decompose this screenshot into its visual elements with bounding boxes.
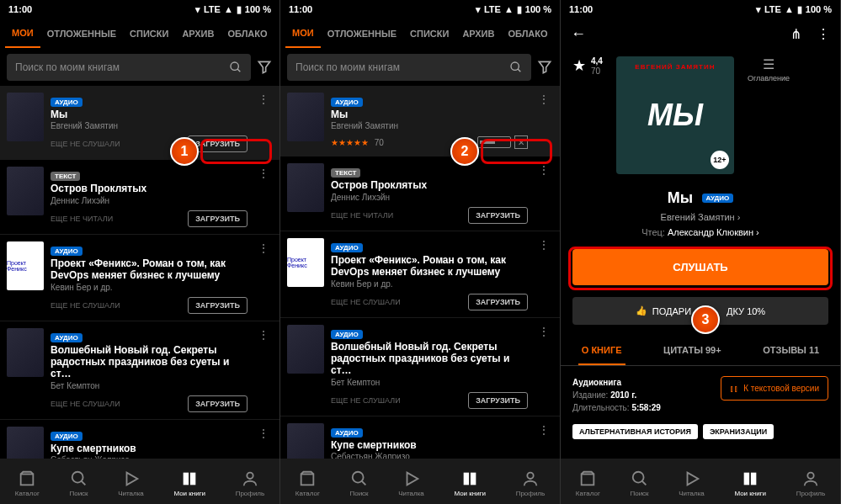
svg-point-0 — [231, 62, 238, 70]
nav-reader[interactable]: Читалка — [679, 470, 705, 497]
detail-author[interactable]: Евгений Замятин › — [561, 212, 840, 222]
tag[interactable]: ЭКРАНИЗАЦИИ — [703, 424, 774, 439]
svg-line-20 — [641, 480, 646, 485]
wifi-icon: ▾ — [476, 4, 481, 15]
svg-rect-18 — [582, 474, 594, 485]
book-author: Евгений Замятин — [51, 121, 248, 130]
book-item[interactable]: АУДИО Волшебный Новый год. Секреты радос… — [0, 321, 279, 420]
book-title: Волшебный Новый год. Секреты радостных п… — [51, 344, 248, 380]
toc-button[interactable]: ☰ Оглавление — [748, 56, 790, 174]
nav-profile[interactable]: Профиль — [796, 470, 826, 497]
filter-icon[interactable] — [256, 59, 273, 76]
list-icon: ☰ — [748, 56, 790, 72]
more-icon[interactable]: ⋮ — [254, 328, 273, 412]
nav-mybooks[interactable]: Мои книги — [173, 470, 205, 497]
more-icon[interactable]: ⋮ — [535, 325, 553, 409]
nav-mybooks[interactable]: Мои книги — [734, 470, 766, 497]
search-input[interactable]: Поиск по моим книгам — [7, 54, 251, 81]
download-button[interactable]: ЗАГРУЗИТЬ — [468, 207, 528, 224]
nav-reader[interactable]: Читалка — [398, 470, 424, 497]
reader-row[interactable]: Чтец: Александр Клюквин › — [561, 227, 840, 237]
audio-badge: АУДИО — [331, 243, 363, 252]
book-status: ЕЩЕ НЕ ЧИТАЛИ — [331, 211, 393, 220]
tab-archive[interactable]: АРХИВ — [455, 20, 501, 47]
book-item[interactable]: ТЕКСТ Остров Проклятых Деннис Лихэйн ЕЩЕ… — [0, 160, 279, 234]
book-title: Остров Проклятых — [331, 179, 528, 191]
rating-value: 4,4 — [591, 56, 603, 66]
book-item[interactable]: АУДИО Волшебный Новый год. Секреты радос… — [280, 318, 560, 416]
filter-icon[interactable] — [536, 59, 553, 76]
book-cover — [287, 325, 324, 374]
battery-pct: 100 % — [806, 4, 832, 14]
tab-cloud[interactable]: ОБЛАКО — [501, 20, 554, 47]
book-item[interactable]: Проект Феникс АУДИО Проект «Феникс». Ром… — [280, 231, 560, 318]
tab-quotes[interactable]: ЦИТАТЫ 99+ — [660, 337, 725, 365]
audio-badge: АУДИО — [51, 333, 83, 342]
tag[interactable]: АЛЬТЕРНАТИВНАЯ ИСТОРИЯ — [572, 424, 698, 439]
svg-rect-22 — [744, 472, 749, 485]
tab-my[interactable]: МОИ — [5, 19, 40, 48]
book-author: Деннис Лихэйн — [51, 196, 248, 205]
bottom-nav: Каталог Поиск Читалка Мои книги Профиль — [280, 459, 560, 504]
clock: 11:00 — [8, 4, 32, 14]
signal-icon: ▲ — [224, 4, 233, 14]
nav-search[interactable]: Поиск — [69, 470, 88, 497]
tab-reviews[interactable]: ОТЗЫВЫ 11 — [759, 337, 822, 365]
tab-archive[interactable]: АРХИВ — [175, 20, 221, 47]
battery-icon: ▮ — [517, 4, 522, 15]
nav-profile[interactable]: Профиль — [516, 470, 546, 497]
tab-postponed[interactable]: ОТЛОЖЕННЫЕ — [321, 20, 403, 47]
bottom-nav: Каталог Поиск Читалка Мои книги Профиль — [0, 459, 279, 504]
book-item[interactable]: ТЕКСТ Остров Проклятых Деннис Лихэйн ЕЩЕ… — [280, 157, 560, 231]
download-button[interactable]: ЗАГРУЗИТЬ — [188, 297, 248, 314]
tab-my[interactable]: МОИ — [285, 19, 321, 48]
book-status: ЕЩЕ НЕ СЛУШАЛИ — [51, 140, 120, 148]
share-icon[interactable]: ⋔ — [790, 26, 801, 42]
tab-about[interactable]: О КНИГЕ — [578, 337, 625, 365]
screen-3: 11:00 ▾ LTE ▲ ▮ 100 % ← ⋔ ⋮ ★ 4,4 70 ЕВГ… — [561, 0, 841, 504]
more-icon[interactable]: ⋮ — [535, 163, 553, 223]
status-bar: 11:00 ▾ LTE ▲ ▮ 100 % — [0, 0, 279, 19]
book-cover — [287, 93, 324, 141]
svg-marker-21 — [687, 472, 698, 485]
text-version-button[interactable]: ⫿⫿ К текстовой версии — [721, 376, 828, 401]
svg-rect-15 — [464, 472, 469, 485]
svg-line-13 — [361, 480, 365, 485]
search-input[interactable]: Поиск по моим книгам — [287, 54, 531, 81]
more-icon[interactable]: ⋮ — [817, 26, 830, 42]
book-cover — [287, 163, 324, 212]
download-button[interactable]: ЗАГРУЗИТЬ — [188, 210, 248, 227]
tab-lists[interactable]: СПИСКИ — [123, 20, 175, 47]
nav-mybooks[interactable]: Мои книги — [454, 470, 486, 497]
nav-catalog[interactable]: Каталог — [576, 470, 600, 497]
download-button[interactable]: ЗАГРУЗИТЬ — [188, 395, 248, 412]
nav-search[interactable]: Поиск — [349, 470, 368, 497]
book-icon: ⫿⫿ — [730, 384, 738, 393]
library-tabs: МОИ ОТЛОЖЕННЫЕ СПИСКИ АРХИВ ОБЛАКО — [0, 19, 279, 49]
nav-catalog[interactable]: Каталог — [295, 470, 320, 497]
more-icon[interactable]: ⋮ — [254, 241, 273, 314]
nav-profile[interactable]: Профиль — [236, 470, 265, 497]
audio-badge: АУДИО — [331, 98, 363, 107]
tab-cloud[interactable]: ОБЛАКО — [221, 20, 274, 47]
text-badge: ТЕКСТ — [331, 168, 360, 178]
nav-reader[interactable]: Читалка — [118, 470, 144, 497]
book-item[interactable]: Проект Феникс АУДИО Проект «Феникс». Ром… — [0, 235, 279, 321]
svg-rect-16 — [471, 472, 476, 485]
download-button[interactable]: ЗАГРУЗИТЬ — [468, 392, 528, 409]
back-icon[interactable]: ← — [571, 25, 586, 43]
star-icon: ★ — [572, 56, 586, 77]
detail-tabs: О КНИГЕ ЦИТАТЫ 99+ ОТЗЫВЫ 11 — [561, 337, 840, 366]
more-icon[interactable]: ⋮ — [535, 238, 553, 310]
svg-rect-23 — [751, 472, 756, 485]
audio-badge: АУДИО — [51, 432, 83, 441]
tab-postponed[interactable]: ОТЛОЖЕННЫЕ — [40, 20, 123, 47]
tab-lists[interactable]: СПИСКИ — [403, 20, 455, 47]
svg-line-1 — [237, 69, 240, 72]
nav-catalog[interactable]: Каталог — [15, 470, 40, 497]
book-author: Бет Кемптон — [51, 381, 248, 390]
download-button[interactable]: ЗАГРУЗИТЬ — [468, 294, 528, 310]
audio-badge: АУДИО — [702, 194, 734, 203]
nav-search[interactable]: Поиск — [630, 470, 648, 497]
more-icon[interactable]: ⋮ — [254, 167, 273, 226]
